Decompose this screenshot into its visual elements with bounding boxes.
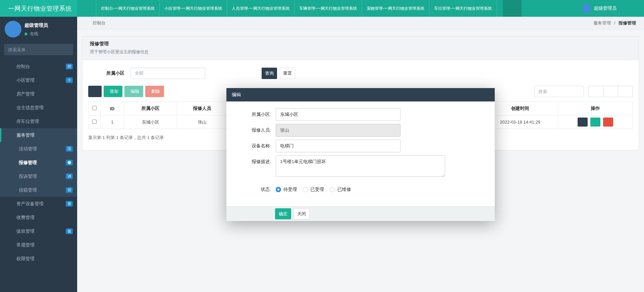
sidebar-item-community[interactable]: 小区管理 小 bbox=[0, 73, 77, 87]
badge: 资 bbox=[66, 201, 73, 207]
clear-tabs-button[interactable] bbox=[539, 0, 552, 17]
col-reporter: 报修人员 bbox=[177, 102, 227, 116]
sidebar-item-owner-info[interactable]: 业主信息管理 bbox=[0, 101, 77, 115]
description-textarea[interactable]: 1号楼1单元电梯门损坏 bbox=[276, 155, 445, 177]
col-community: 所属小区 bbox=[124, 102, 177, 116]
query-button[interactable]: 查询 bbox=[262, 68, 277, 79]
tv-icon bbox=[9, 188, 14, 193]
export-button[interactable] bbox=[618, 86, 633, 97]
export-icon bbox=[621, 89, 626, 94]
refresh-button[interactable] bbox=[88, 86, 102, 97]
sidebar-toggle-button[interactable] bbox=[77, 0, 96, 17]
device-label: 设备名称: bbox=[226, 140, 276, 152]
user-avatar[interactable] bbox=[582, 4, 591, 13]
page-subtitle: 用于管理小区里业主的报修信息 bbox=[90, 49, 631, 55]
sidebar-item-assets[interactable]: 资产设备管理 资 bbox=[0, 197, 77, 211]
sidebar-item-service[interactable]: 服务管理 bbox=[0, 128, 77, 142]
radio-repaired[interactable]: 已维修 bbox=[330, 187, 351, 193]
select-all-checkbox[interactable] bbox=[92, 106, 97, 110]
row-edit-button[interactable] bbox=[590, 118, 600, 127]
breadcrumb-current: 报修管理 bbox=[619, 20, 636, 25]
row-view-button[interactable] bbox=[578, 118, 588, 127]
menu-search-input[interactable] bbox=[8, 47, 67, 52]
tab-vehicle[interactable]: 车辆管理-一网天行物业管理系统 bbox=[294, 0, 362, 17]
sidebar-item-mailbox[interactable]: 信箱管理 信 bbox=[0, 183, 77, 197]
close-button[interactable]: 关闭 bbox=[293, 208, 310, 219]
tab-parking[interactable]: 车位管理-一网天行物业管理系统 bbox=[429, 0, 497, 17]
row-checkbox[interactable] bbox=[92, 120, 97, 124]
service-management-section: 服务管理 活动管理 活 报修管理 修 投诉管理 诉 信箱管理 信 bbox=[0, 128, 77, 197]
sidebar-item-duty[interactable]: 值班管理 值 bbox=[0, 224, 77, 238]
fullscreen-button[interactable] bbox=[565, 0, 577, 17]
chevron-left-icon bbox=[69, 92, 73, 96]
sidebar-item-activity[interactable]: 活动管理 活 bbox=[0, 142, 77, 156]
refresh-tabs-button[interactable] bbox=[552, 0, 565, 17]
caret-down-icon bbox=[198, 72, 201, 75]
reporter-input bbox=[276, 124, 400, 137]
settings-button[interactable] bbox=[627, 0, 640, 17]
row-delete-button[interactable] bbox=[603, 118, 613, 127]
caret-down-icon bbox=[514, 7, 517, 10]
reset-button[interactable]: 重置 bbox=[280, 68, 295, 79]
sidebar-item-repair[interactable]: 报修管理 修 bbox=[0, 156, 77, 169]
dashboard-icon bbox=[85, 21, 90, 25]
caret-down-icon bbox=[392, 113, 396, 117]
delete-button[interactable]: 删除 bbox=[145, 86, 164, 97]
sidebar-item-complaint[interactable]: 投诉管理 诉 bbox=[0, 169, 77, 183]
grid-icon bbox=[606, 89, 611, 94]
sidebar-user-panel: 超级管理员 在线 bbox=[0, 17, 77, 41]
table-search-input[interactable] bbox=[535, 86, 584, 97]
close-icon[interactable] bbox=[485, 93, 489, 97]
sidebar-item-general[interactable]: 常规管理 bbox=[0, 238, 77, 252]
breadcrumb-section[interactable]: 服务管理 bbox=[593, 20, 611, 25]
radio-accepted[interactable]: 已受理 bbox=[303, 187, 324, 193]
columns-button[interactable] bbox=[603, 86, 618, 97]
home-button[interactable] bbox=[526, 0, 539, 17]
sidebar-item-property[interactable]: 房产管理 bbox=[0, 87, 77, 101]
tabs-menu-button[interactable] bbox=[503, 0, 522, 17]
badge: 诉 bbox=[66, 173, 73, 179]
add-button[interactable]: 添加 bbox=[104, 86, 122, 97]
modal-title: 编辑 bbox=[232, 92, 241, 98]
chevron-left-icon bbox=[69, 106, 73, 110]
tv-icon bbox=[9, 160, 14, 165]
tab-console[interactable]: 控制台-一网天行物业管理系统 bbox=[96, 0, 159, 17]
sidebar-item-parking[interactable]: 停车位管理 bbox=[0, 115, 77, 128]
tv-icon bbox=[7, 78, 12, 83]
community-filter-select[interactable]: 全部 bbox=[130, 68, 205, 79]
radio-pending[interactable]: 待受理 bbox=[276, 187, 297, 193]
caret-down-icon bbox=[627, 90, 630, 93]
edit-button[interactable]: 编辑 bbox=[124, 86, 143, 97]
tab-community[interactable]: 小区管理-一网天行物业管理系统 bbox=[159, 0, 227, 17]
sidebar-item-fees[interactable]: 收费管理 bbox=[0, 211, 77, 224]
caret-down-icon bbox=[612, 90, 615, 93]
detail-view-button[interactable] bbox=[588, 86, 603, 97]
cell-community: 东城小区 bbox=[124, 116, 177, 129]
cup-icon bbox=[7, 133, 12, 138]
minimize-icon[interactable] bbox=[465, 93, 469, 97]
users-icon bbox=[7, 256, 12, 262]
user-icon bbox=[7, 105, 12, 111]
window-tabs: 控制台-一网天行物业管理系统 小区管理-一网天行物业管理系统 人员管理-一网天行… bbox=[96, 0, 497, 17]
online-status: 在线 bbox=[24, 31, 48, 37]
device-input[interactable] bbox=[276, 140, 400, 152]
community-label: 所属小区: bbox=[226, 108, 276, 121]
maximize-icon[interactable] bbox=[475, 93, 479, 97]
tab-personnel[interactable]: 人员管理-一网天行物业管理系统 bbox=[227, 0, 294, 17]
tab-pet[interactable]: 宠物管理-一网天行物业管理系统 bbox=[362, 0, 429, 17]
col-id: ID bbox=[101, 102, 124, 116]
gavel-icon bbox=[7, 201, 12, 207]
community-select[interactable]: 东城小区 bbox=[276, 108, 400, 121]
sidebar-username: 超级管理员 bbox=[24, 22, 48, 28]
sidebar-item-console[interactable]: 控制台 控 bbox=[0, 60, 77, 73]
avatar[interactable] bbox=[5, 21, 21, 38]
modal-header[interactable]: 编辑 bbox=[226, 88, 495, 101]
sidebar-menu: 控制台 控 小区管理 小 房产管理 业主信息管理 停车位管理 服务管理 bbox=[0, 60, 77, 266]
breadcrumb-home[interactable]: 控制台 bbox=[93, 20, 106, 26]
username-label[interactable]: 超级管理员 bbox=[594, 5, 617, 11]
sidebar: 超级管理员 在线 控制台 控 小区管理 小 房产管理 业主信息管理 bbox=[0, 17, 77, 292]
sidebar-item-permissions[interactable]: 权限管理 bbox=[0, 252, 77, 266]
confirm-button[interactable]: 确定 bbox=[275, 208, 291, 219]
description-label: 报修描述: bbox=[226, 155, 276, 178]
tv-icon bbox=[9, 146, 14, 152]
